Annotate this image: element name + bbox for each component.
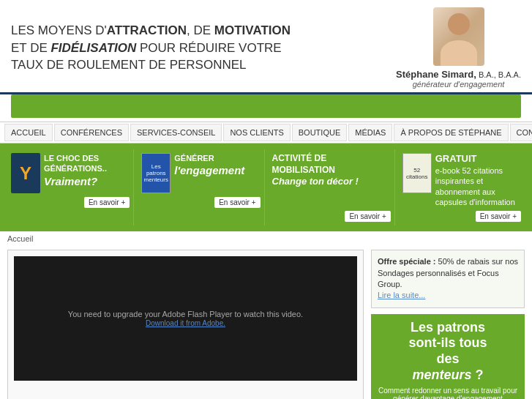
video-upgrade-message: You need to upgrade your Adobe Flash Pla… (61, 302, 310, 335)
promo-title-3: ACTIVITÉ DE MOBILISATIONChange ton décor… (272, 153, 391, 188)
en-savoir-btn-3[interactable]: En savoir + (345, 211, 390, 222)
promo-card-engagement: Les patrons menteurs GÉNÉRERl'engagement… (138, 149, 264, 225)
gratuit-desc: e-book 52 citations inspirantes et abonn… (435, 165, 521, 207)
nav-apropos[interactable]: À PROPOS DE STÉPHANE (394, 124, 508, 141)
promo-text-1: LE CHOC DESGÉNÉRATIONS..Vraiment? (44, 153, 130, 188)
book-cover-generations: Y (11, 153, 40, 193)
lire-suite-link[interactable]: Lire la suite... (378, 291, 425, 299)
video-player[interactable]: You need to upgrade your Adobe Flash Pla… (14, 256, 357, 381)
person-photo (433, 7, 484, 66)
breadcrumb: Accueil (0, 231, 532, 246)
sidebar-offre-card: Offre spéciale : 50% de rabais sur nos S… (371, 250, 525, 308)
book-cover-title: Les patrons sont-ils tous des menteurs ? (409, 320, 487, 383)
promo-text-2: GÉNÉRERl'engagement (174, 153, 260, 178)
promo-card-mobilisation: ACTIVITÉ DE MOBILISATIONChange ton décor… (269, 149, 395, 225)
promo-text-3: ACTIVITÉ DE MOBILISATIONChange ton décor… (272, 153, 391, 207)
nav-conferences[interactable]: CONFÉRENCES (54, 124, 129, 141)
book-cover-ebook: 52 citations (402, 153, 432, 193)
book-cover-engagement: Les patrons menteurs (141, 153, 171, 193)
nav-medias[interactable]: MÉDIAS (348, 124, 392, 141)
promo-title-1: LE CHOC DESGÉNÉRATIONS..Vraiment? (44, 153, 130, 188)
promo-text-4: GRATUIT e-book 52 citations inspirantes … (435, 153, 521, 207)
video-section: You need to upgrade your Adobe Flash Pla… (7, 250, 364, 399)
headline: LES MOYENS D'ATTRACTION, DE MOTIVATION E… (11, 22, 291, 74)
video-download-link[interactable]: Download it from Adobe. (146, 319, 225, 327)
en-savoir-btn-2[interactable]: En savoir + (214, 197, 260, 208)
promo-card-inner-2: Les patrons menteurs GÉNÉRERl'engagement (141, 153, 260, 193)
promo-card-inner-1: Y LE CHOC DESGÉNÉRATIONS..Vraiment? (11, 153, 130, 193)
nav-bar: ACCUEIL CONFÉRENCES SERVICES-CONSEIL NOS… (0, 122, 532, 143)
gratuit-label: GRATUIT (435, 153, 477, 164)
nav-boutique[interactable]: BOUTIQUE (292, 124, 347, 141)
promo-card-inner-4: 52 citations GRATUIT e-book 52 citations… (402, 153, 521, 207)
banner-person: Stéphane Simard, B.A., B.A.A. générateur… (396, 7, 521, 89)
promo-card-generations: Y LE CHOC DESGÉNÉRATIONS..Vraiment? En s… (7, 149, 134, 225)
main-content: You need to upgrade your Adobe Flash Pla… (0, 246, 532, 399)
book-cover-subtitle: Comment redonner un sens au travail pour… (377, 387, 519, 399)
nav-contact[interactable]: CONTACTEZ-NOUS (510, 124, 532, 141)
cta-bar[interactable] (11, 94, 521, 118)
top-banner: LES MOYENS D'ATTRACTION, DE MOTIVATION E… (0, 0, 532, 94)
en-savoir-btn-4[interactable]: En savoir + (476, 211, 521, 222)
person-title: générateur d'engagement (396, 80, 521, 89)
promo-card-gratuit: 52 citations GRATUIT e-book 52 citations… (399, 149, 525, 225)
promo-title-2: GÉNÉRERl'engagement (174, 153, 260, 178)
offre-text: Offre spéciale : 50% de rabais sur nos S… (378, 257, 518, 288)
en-savoir-btn-1[interactable]: En savoir + (84, 197, 130, 208)
nav-clients[interactable]: NOS CLIENTS (223, 124, 290, 141)
sidebar: Offre spéciale : 50% de rabais sur nos S… (371, 250, 525, 399)
promo-section: Y LE CHOC DESGÉNÉRATIONS..Vraiment? En s… (0, 143, 532, 231)
banner-text: LES MOYENS D'ATTRACTION, DE MOTIVATION E… (11, 22, 291, 74)
nav-accueil[interactable]: ACCUEIL (4, 124, 53, 141)
nav-services[interactable]: SERVICES-CONSEIL (130, 124, 222, 141)
person-name: Stéphane Simard, B.A., B.A.A. (396, 69, 521, 80)
sidebar-book-card: Les patrons sont-ils tous des menteurs ?… (371, 314, 525, 399)
